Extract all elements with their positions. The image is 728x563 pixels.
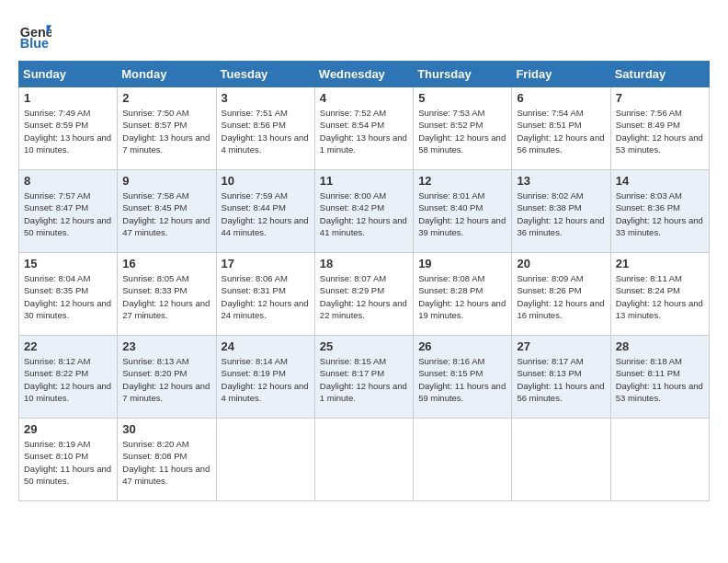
day-number: 5 [418, 91, 506, 105]
day-number: 14 [616, 174, 704, 188]
day-info: Sunrise: 8:20 AMSunset: 8:08 PMDaylight:… [122, 439, 210, 486]
empty-cell [314, 419, 413, 501]
day-number: 25 [320, 339, 408, 353]
day-cell-19: 19Sunrise: 8:08 AMSunset: 8:28 PMDayligh… [414, 253, 512, 336]
day-cell-11: 11Sunrise: 8:00 AMSunset: 8:42 PMDayligh… [314, 170, 413, 253]
header-sunday: Sunday [19, 62, 118, 87]
day-cell-29: 29Sunrise: 8:19 AMSunset: 8:10 PMDayligh… [19, 419, 118, 501]
day-number: 1 [24, 91, 112, 105]
day-info: Sunrise: 8:19 AMSunset: 8:10 PMDaylight:… [24, 439, 111, 486]
day-cell-21: 21Sunrise: 8:11 AMSunset: 8:24 PMDayligh… [610, 253, 709, 336]
day-info: Sunrise: 8:13 AMSunset: 8:20 PMDaylight:… [122, 356, 210, 403]
day-number: 21 [616, 257, 704, 270]
day-cell-17: 17Sunrise: 8:06 AMSunset: 8:31 PMDayligh… [216, 253, 314, 336]
day-info: Sunrise: 8:03 AMSunset: 8:36 PMDaylight:… [616, 190, 703, 237]
day-number: 30 [122, 422, 210, 436]
empty-cell [216, 419, 314, 501]
day-number: 28 [616, 339, 704, 353]
day-number: 8 [24, 174, 112, 188]
header-tuesday: Tuesday [216, 62, 314, 87]
day-cell-27: 27Sunrise: 8:17 AMSunset: 8:13 PMDayligh… [512, 336, 610, 419]
day-info: Sunrise: 7:52 AMSunset: 8:54 PMDaylight:… [320, 108, 407, 155]
day-cell-6: 6Sunrise: 7:54 AMSunset: 8:51 PMDaylight… [512, 87, 610, 170]
day-number: 27 [517, 339, 605, 353]
day-info: Sunrise: 8:09 AMSunset: 8:26 PMDaylight:… [517, 273, 604, 320]
day-number: 2 [122, 91, 210, 105]
day-cell-12: 12Sunrise: 8:01 AMSunset: 8:40 PMDayligh… [414, 170, 512, 253]
day-number: 19 [418, 257, 506, 270]
header-saturday: Saturday [610, 62, 709, 87]
day-cell-8: 8Sunrise: 7:57 AMSunset: 8:47 PMDaylight… [19, 170, 118, 253]
day-number: 22 [24, 339, 112, 353]
day-info: Sunrise: 8:07 AMSunset: 8:29 PMDaylight:… [320, 273, 407, 320]
day-cell-1: 1Sunrise: 7:49 AMSunset: 8:59 PMDaylight… [19, 87, 118, 170]
day-cell-4: 4Sunrise: 7:52 AMSunset: 8:54 PMDaylight… [314, 87, 413, 170]
day-info: Sunrise: 7:51 AMSunset: 8:56 PMDaylight:… [222, 108, 309, 155]
day-number: 18 [320, 257, 408, 270]
empty-cell [414, 419, 512, 501]
day-cell-30: 30Sunrise: 8:20 AMSunset: 8:08 PMDayligh… [118, 419, 216, 501]
day-info: Sunrise: 8:00 AMSunset: 8:42 PMDaylight:… [320, 190, 407, 237]
day-info: Sunrise: 8:14 AMSunset: 8:19 PMDaylight:… [222, 356, 309, 403]
day-info: Sunrise: 8:01 AMSunset: 8:40 PMDaylight:… [418, 190, 506, 237]
day-number: 13 [517, 174, 605, 188]
day-cell-26: 26Sunrise: 8:16 AMSunset: 8:15 PMDayligh… [414, 336, 512, 419]
day-info: Sunrise: 8:16 AMSunset: 8:15 PMDaylight:… [418, 356, 506, 403]
day-info: Sunrise: 8:02 AMSunset: 8:38 PMDaylight:… [517, 190, 604, 237]
day-info: Sunrise: 7:59 AMSunset: 8:44 PMDaylight:… [222, 190, 309, 237]
day-info: Sunrise: 8:11 AMSunset: 8:24 PMDaylight:… [616, 273, 703, 320]
logo: General Blue [18, 18, 51, 52]
day-number: 20 [517, 257, 605, 270]
day-number: 7 [616, 91, 704, 105]
logo-icon: General Blue [18, 18, 51, 52]
day-cell-20: 20Sunrise: 8:09 AMSunset: 8:26 PMDayligh… [512, 253, 610, 336]
day-cell-2: 2Sunrise: 7:50 AMSunset: 8:57 PMDaylight… [118, 87, 216, 170]
day-number: 9 [122, 174, 210, 188]
day-number: 6 [517, 91, 605, 105]
day-cell-10: 10Sunrise: 7:59 AMSunset: 8:44 PMDayligh… [216, 170, 314, 253]
day-info: Sunrise: 8:18 AMSunset: 8:11 PMDaylight:… [616, 356, 703, 403]
day-cell-22: 22Sunrise: 8:12 AMSunset: 8:22 PMDayligh… [19, 336, 118, 419]
day-info: Sunrise: 7:49 AMSunset: 8:59 PMDaylight:… [24, 108, 111, 155]
day-number: 17 [222, 257, 310, 270]
day-number: 29 [24, 422, 112, 436]
day-cell-23: 23Sunrise: 8:13 AMSunset: 8:20 PMDayligh… [118, 336, 216, 419]
header: General Blue [18, 18, 710, 52]
day-cell-15: 15Sunrise: 8:04 AMSunset: 8:35 PMDayligh… [19, 253, 118, 336]
week-row-3: 15Sunrise: 8:04 AMSunset: 8:35 PMDayligh… [19, 253, 710, 336]
day-info: Sunrise: 8:04 AMSunset: 8:35 PMDaylight:… [24, 273, 111, 320]
day-info: Sunrise: 8:08 AMSunset: 8:28 PMDaylight:… [418, 273, 506, 320]
header-wednesday: Wednesday [314, 62, 413, 87]
day-cell-28: 28Sunrise: 8:18 AMSunset: 8:11 PMDayligh… [610, 336, 709, 419]
header-monday: Monday [118, 62, 216, 87]
day-info: Sunrise: 8:15 AMSunset: 8:17 PMDaylight:… [320, 356, 407, 403]
empty-cell [610, 419, 709, 501]
week-row-4: 22Sunrise: 8:12 AMSunset: 8:22 PMDayligh… [19, 336, 710, 419]
day-cell-3: 3Sunrise: 7:51 AMSunset: 8:56 PMDaylight… [216, 87, 314, 170]
header-thursday: Thursday [414, 62, 512, 87]
day-info: Sunrise: 7:53 AMSunset: 8:52 PMDaylight:… [418, 108, 506, 155]
week-row-5: 29Sunrise: 8:19 AMSunset: 8:10 PMDayligh… [19, 419, 710, 501]
day-cell-14: 14Sunrise: 8:03 AMSunset: 8:36 PMDayligh… [610, 170, 709, 253]
day-number: 11 [320, 174, 408, 188]
day-cell-7: 7Sunrise: 7:56 AMSunset: 8:49 PMDaylight… [610, 87, 709, 170]
day-info: Sunrise: 8:17 AMSunset: 8:13 PMDaylight:… [517, 356, 604, 403]
empty-cell [512, 419, 610, 501]
day-info: Sunrise: 7:56 AMSunset: 8:49 PMDaylight:… [616, 108, 703, 155]
week-row-1: 1Sunrise: 7:49 AMSunset: 8:59 PMDaylight… [19, 87, 710, 170]
day-cell-25: 25Sunrise: 8:15 AMSunset: 8:17 PMDayligh… [314, 336, 413, 419]
day-cell-9: 9Sunrise: 7:58 AMSunset: 8:45 PMDaylight… [118, 170, 216, 253]
week-row-2: 8Sunrise: 7:57 AMSunset: 8:47 PMDaylight… [19, 170, 710, 253]
day-info: Sunrise: 7:58 AMSunset: 8:45 PMDaylight:… [122, 190, 210, 237]
day-info: Sunrise: 8:05 AMSunset: 8:33 PMDaylight:… [122, 273, 210, 320]
day-info: Sunrise: 8:06 AMSunset: 8:31 PMDaylight:… [222, 273, 309, 320]
day-number: 24 [222, 339, 310, 353]
day-number: 15 [24, 257, 112, 270]
header-friday: Friday [512, 62, 610, 87]
calendar-table: Sunday Monday Tuesday Wednesday Thursday… [18, 61, 710, 501]
day-number: 26 [418, 339, 506, 353]
day-cell-13: 13Sunrise: 8:02 AMSunset: 8:38 PMDayligh… [512, 170, 610, 253]
day-cell-16: 16Sunrise: 8:05 AMSunset: 8:33 PMDayligh… [118, 253, 216, 336]
day-info: Sunrise: 7:54 AMSunset: 8:51 PMDaylight:… [517, 108, 604, 155]
day-cell-5: 5Sunrise: 7:53 AMSunset: 8:52 PMDaylight… [414, 87, 512, 170]
